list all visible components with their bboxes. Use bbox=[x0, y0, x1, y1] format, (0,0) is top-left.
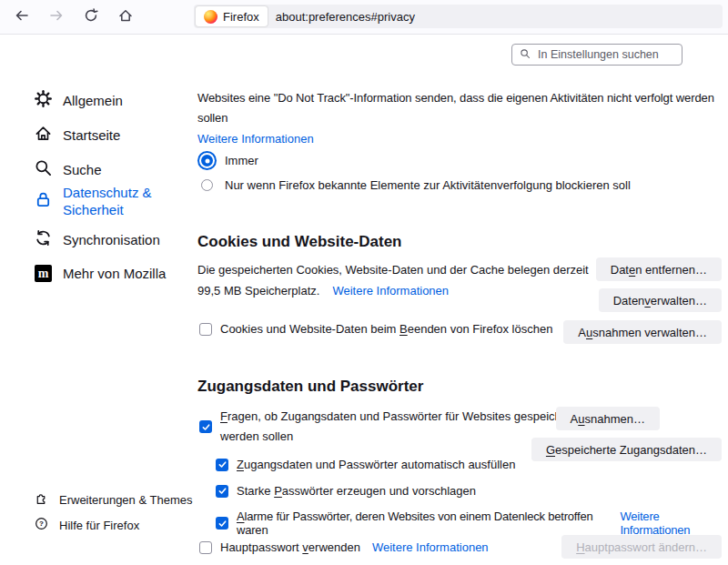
primary-password-row: Hauptpasswort verwenden Weitere Informat… bbox=[199, 540, 489, 554]
sidebar-footer-label: Hilfe für Firefox bbox=[59, 519, 139, 532]
cookies-section-heading: Cookies und Website-Daten bbox=[197, 233, 402, 251]
sidebar-item-suche[interactable]: Suche bbox=[35, 159, 102, 179]
breach-alerts-row: Alarme für Passwörter, deren Websites vo… bbox=[216, 510, 728, 537]
home-icon bbox=[35, 125, 52, 145]
sidebar-item-label: Suche bbox=[63, 162, 102, 177]
sidebar-item-hilfe[interactable]: ? Hilfe für Firefox bbox=[35, 517, 139, 533]
home-button[interactable] bbox=[113, 5, 138, 30]
ask-to-save-checkbox[interactable] bbox=[199, 420, 212, 433]
search-icon bbox=[35, 159, 52, 179]
sidebar-item-label: Allgemein bbox=[63, 93, 123, 108]
mozilla-logo-icon: m bbox=[35, 265, 52, 282]
lock-icon bbox=[35, 191, 52, 211]
primary-password-label[interactable]: Hauptpasswort verwenden bbox=[220, 540, 360, 554]
breach-alerts-more-link[interactable]: Weitere Informationen bbox=[620, 510, 728, 537]
sync-icon bbox=[35, 229, 52, 249]
dnt-description: Websites eine "Do Not Track"-Information… bbox=[197, 88, 728, 128]
sidebar-item-label: Synchronisation bbox=[63, 232, 160, 247]
back-button[interactable] bbox=[9, 5, 35, 30]
sidebar-item-label: Datenschutz & Sicherheit bbox=[63, 184, 152, 218]
dnt-radio-blocklist-row: Nur wenn Firefox bekannte Elemente zur A… bbox=[197, 178, 631, 192]
generate-passwords-row: Starke Passwörter erzeugen und vorschlag… bbox=[216, 484, 476, 498]
ask-to-save-label[interactable]: Fragen, ob Zugangsdaten und Passwörter f… bbox=[220, 407, 584, 447]
clear-on-close-row: Cookies und Website-Daten beim Beenden v… bbox=[199, 322, 552, 336]
generate-passwords-label[interactable]: Starke Passwörter erzeugen und vorschlag… bbox=[237, 484, 476, 498]
logins-exceptions-button[interactable]: Ausnahmen… bbox=[556, 407, 660, 430]
dnt-more-link[interactable]: Weitere Informationen bbox=[197, 132, 314, 146]
home-icon bbox=[118, 8, 133, 25]
question-icon: ? bbox=[35, 517, 48, 533]
ask-to-save-row: Fragen, ob Zugangsdaten und Passwörter f… bbox=[199, 407, 584, 447]
sidebar-item-startseite[interactable]: Startseite bbox=[35, 125, 120, 145]
site-identity-chip[interactable]: Firefox bbox=[196, 6, 268, 26]
url-bar[interactable]: Firefox about:preferences#privacy bbox=[194, 5, 723, 28]
firefox-logo-icon bbox=[204, 10, 217, 24]
cookies-more-link[interactable]: Weitere Informationen bbox=[332, 284, 449, 298]
sidebar-item-erweiterungen-themes[interactable]: Erweiterungen & Themes bbox=[35, 491, 192, 508]
radio-always[interactable] bbox=[201, 155, 213, 166]
back-icon bbox=[15, 8, 29, 25]
forward-button[interactable] bbox=[44, 5, 69, 30]
saved-logins-button[interactable]: Gespeicherte Zugangsdaten… bbox=[531, 438, 722, 461]
breach-alerts-label[interactable]: Alarme für Passwörter, deren Websites vo… bbox=[237, 510, 612, 537]
autofill-row: Zugangsdaten und Passwörter automatisch … bbox=[216, 458, 515, 471]
svg-text:?: ? bbox=[39, 520, 44, 528]
cookies-usage-text: Die gespeicherten Cookies, Website-Daten… bbox=[197, 259, 589, 301]
sidebar-item-label: Mehr von Mozilla bbox=[63, 266, 166, 281]
search-input[interactable] bbox=[536, 47, 676, 62]
clear-on-close-checkbox[interactable] bbox=[199, 323, 212, 336]
manage-exceptions-button[interactable]: Ausnahmen verwalten… bbox=[563, 320, 722, 344]
browser-toolbar: Firefox about:preferences#privacy bbox=[0, 0, 728, 35]
sidebar-item-mehr-von-mozilla[interactable]: m Mehr von Mozilla bbox=[35, 265, 166, 282]
site-identity-label: Firefox bbox=[223, 10, 259, 24]
generate-passwords-checkbox[interactable] bbox=[216, 485, 228, 498]
radio-blocklist[interactable] bbox=[201, 179, 213, 191]
sidebar-footer-label: Erweiterungen & Themes bbox=[59, 493, 192, 507]
forward-icon bbox=[49, 8, 64, 25]
clear-on-close-label[interactable]: Cookies und Website-Daten beim Beenden v… bbox=[220, 322, 552, 336]
settings-search-field[interactable] bbox=[511, 44, 682, 66]
breach-alerts-checkbox[interactable] bbox=[216, 517, 228, 530]
manage-data-button[interactable]: Daten verwalten… bbox=[599, 288, 722, 312]
change-primary-password-button[interactable]: Hauptpasswort ändern… bbox=[561, 535, 722, 559]
url-text: about:preferences#privacy bbox=[276, 10, 415, 24]
reload-icon bbox=[84, 8, 98, 25]
primary-password-more-link[interactable]: Weitere Informationen bbox=[372, 540, 489, 554]
puzzle-icon bbox=[35, 491, 48, 508]
search-icon bbox=[520, 48, 531, 62]
logins-section-heading: Zugangsdaten und Passwörter bbox=[197, 378, 423, 396]
autofill-checkbox[interactable] bbox=[216, 459, 228, 471]
radio-always-label[interactable]: Immer bbox=[225, 154, 258, 167]
sidebar-item-allgemein[interactable]: Allgemein bbox=[35, 90, 123, 110]
reload-button[interactable] bbox=[78, 5, 104, 30]
sidebar-item-synchronisation[interactable]: Synchronisation bbox=[35, 229, 160, 249]
clear-data-button[interactable]: Daten entfernen… bbox=[596, 257, 722, 281]
sidebar-item-datenschutz-sicherheit[interactable]: Datenschutz & Sicherheit bbox=[35, 184, 152, 218]
gear-icon bbox=[35, 90, 52, 110]
sidebar-item-label: Startseite bbox=[63, 127, 120, 143]
autofill-label[interactable]: Zugangsdaten und Passwörter automatisch … bbox=[237, 458, 515, 471]
dnt-radio-always-row: Immer bbox=[197, 154, 258, 167]
radio-blocklist-label[interactable]: Nur wenn Firefox bekannte Elemente zur A… bbox=[225, 178, 631, 192]
primary-password-checkbox[interactable] bbox=[199, 541, 212, 554]
